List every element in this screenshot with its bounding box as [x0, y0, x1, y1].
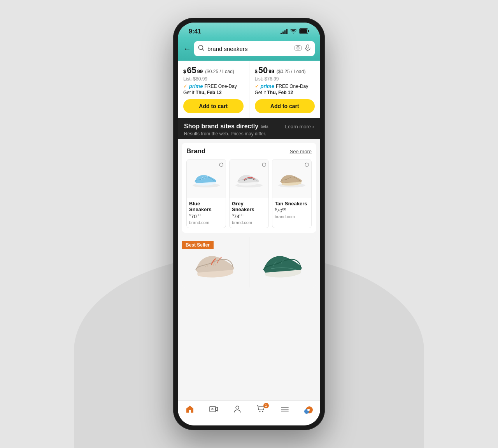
prime-line-2: ✓ prime FREE One-Day [255, 83, 315, 89]
brand-product-info-grey: Grey Sneakers $7400 brand.com [230, 198, 268, 228]
price-cents-2: 99 [268, 68, 274, 74]
brand-product-site-blue: brand.com [189, 220, 223, 225]
list-value-1: $80.99 [193, 76, 207, 82]
mic-icon[interactable] [305, 44, 311, 53]
product-card-1: $ 65 99 ($0.25 / Load) List: $80.99 ✓ pr… [178, 61, 249, 118]
list-label-2: List: [255, 76, 265, 82]
search-box[interactable]: brand sneakers [194, 41, 315, 56]
phone-screen: 9:41 [178, 23, 320, 425]
nav-home[interactable] [178, 404, 202, 418]
video-icon [209, 404, 218, 416]
brand-product-price-grey: $7400 [232, 213, 266, 219]
brand-product-img-tan: ⬡ [272, 159, 311, 198]
price-main-1: 65 [187, 65, 196, 75]
home-icon [185, 404, 195, 416]
brand-product-site-tan: brand.com [275, 214, 309, 219]
delivery-line-1: Get it Thu, Feb 12 [183, 90, 244, 95]
delivery-date-1: Thu, Feb 12 [196, 90, 222, 95]
add-to-cart-button-2[interactable]: Add to cart [255, 99, 315, 113]
svg-rect-8 [307, 45, 309, 48]
search-input[interactable]: brand sneakers [207, 46, 291, 52]
brand-product-site-grey: brand.com [232, 220, 266, 225]
brand-product-info-tan: Tan Sneakers $7000 brand.com [272, 198, 311, 222]
brand-product-price-tan: $7000 [275, 207, 309, 214]
brand-product-name-blue: Blue Sneakers [189, 201, 223, 212]
price-main-2: 50 [258, 65, 268, 75]
back-button[interactable]: ← [183, 44, 191, 53]
status-time: 9:41 [189, 28, 201, 35]
beta-badge: beta [261, 124, 268, 129]
learn-more-link[interactable]: Learn more › [285, 124, 314, 130]
product-cards-row: $ 65 99 ($0.25 / Load) List: $80.99 ✓ pr… [178, 61, 320, 118]
list-value-2: $76.99 [265, 76, 279, 82]
prime-line-1: ✓ prime FREE One-Day [183, 83, 244, 89]
best-seller-item-2[interactable] [249, 237, 317, 287]
account-icon [233, 404, 242, 416]
nav-menu[interactable] [273, 404, 296, 418]
price-dollar-1: $ [183, 68, 186, 74]
svg-rect-5 [295, 46, 301, 50]
nav-account[interactable] [225, 404, 249, 418]
list-price-1: List: $80.99 [183, 76, 244, 82]
wifi-icon [290, 28, 297, 35]
svg-rect-1 [308, 30, 309, 32]
signal-icon [281, 29, 288, 34]
status-icons [281, 28, 309, 35]
phone-device: 9:41 [173, 18, 325, 430]
prime-check-2: ✓ [255, 83, 259, 89]
prime-check-1: ✓ [183, 83, 188, 89]
cart-badge: 1 [263, 403, 269, 408]
prime-logo-2: prime [261, 83, 274, 89]
product-card-2: $ 50 99 ($0.25 / Load) List: $76.99 ✓ pr… [249, 61, 321, 118]
nav-cart[interactable]: 1 [249, 404, 273, 418]
price-dollar-2: $ [255, 68, 258, 74]
svg-point-17 [259, 411, 260, 412]
external-link-icon-tan: ⬡ [305, 162, 309, 168]
external-link-icon-grey: ⬡ [262, 162, 266, 168]
brand-banner-title: Shop brand sites directly beta [184, 123, 268, 130]
camera-search-icon[interactable] [295, 44, 302, 53]
brand-product-info-blue: Blue Sneakers $7000 brand.com [187, 198, 226, 228]
ai-icon [303, 404, 314, 418]
cart-icon: 1 [256, 404, 266, 416]
brand-section-title: Brand [186, 147, 205, 155]
add-to-cart-button-1[interactable]: Add to cart [183, 99, 244, 113]
brand-products-row: ⬡ [186, 159, 312, 228]
best-seller-badge: Best Seller [182, 241, 214, 249]
external-link-icon-blue: ⬡ [219, 162, 223, 168]
brand-product-grey[interactable]: ⬡ Grey [229, 159, 269, 228]
nav-video[interactable] [202, 404, 225, 418]
svg-point-16 [236, 406, 239, 409]
brand-banner-header: Shop brand sites directly beta Learn mor… [184, 123, 314, 130]
delivery-line-2: Get it Thu, Feb 12 [255, 90, 315, 95]
status-bar: 9:41 [178, 23, 320, 38]
search-icon [198, 45, 204, 52]
scroll-content: $ 65 99 ($0.25 / Load) List: $80.99 ✓ pr… [178, 61, 320, 400]
brand-product-price-blue: $7000 [189, 213, 223, 219]
brand-banner-subtitle: Results from the web. Prices may differ. [184, 131, 314, 136]
brand-product-name-grey: Grey Sneakers [232, 201, 266, 212]
svg-point-24 [307, 409, 310, 411]
prime-text-2: FREE One-Day [276, 84, 308, 89]
svg-rect-2 [300, 29, 307, 33]
svg-point-15 [212, 408, 213, 410]
brand-banner-title-text: Shop brand sites directly [184, 123, 258, 130]
nav-ai[interactable] [296, 404, 320, 418]
svg-line-4 [202, 49, 204, 51]
brand-banner: Shop brand sites directly beta Learn mor… [178, 118, 320, 139]
price-per-2: ($0.25 / Load) [277, 69, 306, 74]
see-more-link[interactable]: See more [290, 149, 312, 154]
brand-product-blue[interactable]: ⬡ [186, 159, 226, 228]
brand-section: Brand See more ⬡ [182, 143, 316, 233]
brand-product-tan[interactable]: ⬡ Tan [272, 159, 312, 228]
search-area: ← brand sneakers [178, 38, 320, 61]
battery-icon [299, 28, 309, 35]
svg-point-18 [262, 411, 263, 412]
brand-product-img-grey: ⬡ [230, 159, 268, 198]
best-seller-section: Best Seller [182, 237, 316, 287]
prime-logo-1: prime [189, 83, 203, 89]
price-line-1: $ 65 99 ($0.25 / Load) [183, 65, 244, 75]
svg-rect-14 [210, 406, 216, 412]
menu-icon [280, 404, 289, 416]
list-price-2: List: $76.99 [255, 76, 315, 82]
